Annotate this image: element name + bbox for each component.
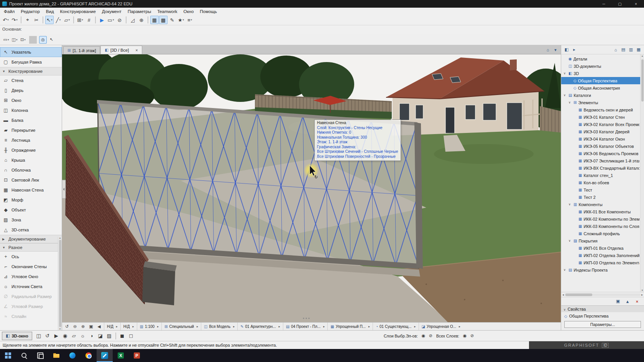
nav-item-wallpaper-count[interactable]: ▦ Кол-во обоев: [561, 179, 644, 186]
view-settings-button[interactable]: Параметры...: [564, 321, 641, 328]
tab-menu-icon[interactable]: ▾: [552, 46, 559, 53]
tool-axis[interactable]: + Ось: [0, 252, 62, 262]
tab-3d-all[interactable]: ◧ [3D / Все] ×: [100, 46, 142, 54]
eye-icon[interactable]: ◉: [420, 333, 427, 339]
nav-item-ikk-02[interactable]: ▦ ИКК-02 Компоненты по Элемен: [561, 215, 644, 223]
tool-angle-dimension[interactable]: ∠ Угловой Размер: [0, 301, 62, 311]
navigator-hscrollbar[interactable]: ◂ ▸: [561, 292, 644, 297]
nav-item-complex-profile[interactable]: ▦ Сложный профиль: [561, 230, 644, 237]
clone-folder-icon[interactable]: ▣: [614, 298, 622, 305]
tool-skylight[interactable]: ⊡ Световой Люк: [0, 175, 62, 185]
close-tab-icon[interactable]: ×: [135, 48, 138, 52]
look-to-icon[interactable]: ◉: [61, 332, 69, 340]
hide-icon[interactable]: ⊘: [427, 333, 434, 339]
scroll-right-icon[interactable]: ▸: [641, 293, 643, 296]
qo-renovation-filter[interactable]: ◔ 01 Существующ...: [373, 323, 419, 330]
line-tool-button[interactable]: ╱: [54, 16, 62, 24]
qo-zoom[interactable]: Н/Д: [104, 323, 120, 330]
nav-item-3d-documents[interactable]: ◫ 3D-документы: [561, 62, 644, 70]
scroll-down-icon[interactable]: ▼: [59, 328, 61, 330]
pointer-mode-button[interactable]: ↖: [48, 36, 55, 44]
maximize-button[interactable]: ▢: [612, 0, 628, 8]
float-panel-icon[interactable]: ▸: [570, 46, 578, 54]
nav-item-test-2[interactable]: ▦ Тест 2: [561, 193, 644, 201]
undo-button[interactable]: ↶: [2, 16, 10, 24]
nav-item-details[interactable]: ◉ Детали: [561, 55, 644, 62]
tool-column[interactable]: ◫ Колонна: [0, 105, 62, 115]
tool-curtain-wall[interactable]: ▦ Навесная Стена: [0, 185, 62, 195]
tool-wall[interactable]: ▱ Стена: [0, 75, 62, 85]
file-explorer-button[interactable]: [48, 349, 64, 362]
nav-item-general-perspective[interactable]: ◇ Общая Перспектива: [561, 77, 644, 84]
shadows-icon[interactable]: ◑: [87, 332, 96, 340]
nav-item-components[interactable]: ∨ ▥ Компоненты: [561, 201, 644, 208]
favorites-button[interactable]: ★: [177, 16, 185, 24]
favorite-preview-button[interactable]: ▭: [2, 36, 10, 44]
section-document[interactable]: ▶ Документирование: [0, 235, 62, 243]
nav-item-surfaces[interactable]: ∨ ▨ Покрытия: [561, 237, 644, 244]
tool-corner-window[interactable]: ⊿ Угловое Окно: [0, 272, 62, 282]
tool-spline[interactable]: ≈ Сплайн: [0, 311, 62, 321]
nav-item-ikp-03[interactable]: ▦ ИКП-03 Отделка по Элементам: [561, 259, 644, 266]
scroll-thumb[interactable]: [641, 59, 644, 102]
excel-button[interactable]: [113, 349, 129, 362]
project-chooser-icon[interactable]: ◧: [563, 46, 570, 54]
qo-structure-display[interactable]: ◫ Вся Модель: [201, 323, 237, 330]
delete-icon[interactable]: ×: [633, 298, 641, 305]
sun-icon[interactable]: ☼: [79, 332, 87, 340]
3d-scene[interactable]: ↻: [62, 54, 561, 322]
tool-wall-end[interactable]: ⌐ Окончание Стены: [0, 262, 62, 272]
menu-item[interactable]: Документ: [99, 9, 125, 14]
nav-item-ike-02[interactable]: ▦ ИКЭ-02 Каталог Всех Проемов: [561, 121, 644, 128]
tool-radial-dimension[interactable]: ∅ Радиальный Размер: [0, 292, 62, 301]
scroll-down-icon[interactable]: ▼: [641, 289, 644, 292]
nav-item-ike-05[interactable]: ▦ ИКЭ-05 Каталог Объектов: [561, 143, 644, 150]
menu-item[interactable]: Вид: [43, 9, 57, 14]
adjust-button[interactable]: ⌖: [23, 16, 32, 24]
send-changes-icon[interactable]: ▲: [624, 298, 631, 305]
nav-item-elements[interactable]: ∨ ⊞ Элементы: [561, 99, 644, 106]
palette-scrollbar[interactable]: ▲ ▼: [58, 237, 62, 330]
guide-lines-button[interactable]: ▶: [98, 16, 106, 24]
nav-item-ikk-03[interactable]: ▦ ИКК-03 Компоненты по Слоям: [561, 223, 644, 230]
tool-marquee[interactable]: ▢ Бегущая Рамка: [0, 57, 62, 67]
cutaway-icon[interactable]: ◪: [96, 332, 105, 340]
snap-points-button[interactable]: #: [85, 16, 93, 24]
tool-shell[interactable]: ∩ Оболочка: [0, 165, 62, 175]
tool-mesh[interactable]: △ 3D-сетка: [0, 225, 62, 235]
splitter-handle[interactable]: [303, 318, 309, 319]
section-more[interactable]: ▼ Разное: [0, 243, 62, 252]
qo-model-view-options[interactable]: ▤ 04 Проект - Пл...: [283, 323, 328, 330]
hide-icon[interactable]: ⊘: [469, 333, 475, 339]
snap-reference-button[interactable]: ▩: [159, 16, 168, 24]
nav-item-wall-catalog-1[interactable]: ▦ Каталог стен_1: [561, 172, 644, 179]
grid-snap-button[interactable]: ⊞: [76, 16, 84, 24]
annotate-button[interactable]: ✎: [168, 16, 176, 24]
options-button[interactable]: ≡: [186, 16, 194, 24]
window-type-button[interactable]: ◧ 3D-окно: [2, 332, 32, 340]
tool-object[interactable]: ◆ Объект: [0, 205, 62, 215]
tool-railing[interactable]: ╫ Ограждение: [0, 145, 62, 155]
menu-item[interactable]: Параметры: [125, 9, 154, 14]
navigator-scrollbar[interactable]: ▲ ▼: [640, 54, 644, 292]
orbit-icon[interactable]: ↺: [43, 332, 52, 340]
profile-preview-button[interactable]: ⊡: [19, 36, 27, 44]
menu-item[interactable]: Teamwork: [154, 9, 180, 14]
menu-item[interactable]: Редактор: [18, 9, 43, 14]
concrete-footing[interactable]: [142, 261, 177, 305]
zones-icon[interactable]: ▨: [105, 332, 113, 340]
minimize-button[interactable]: ─: [596, 0, 612, 8]
project-map-icon[interactable]: ⌂: [612, 46, 619, 54]
tab-floor-plan[interactable]: ⊞ [1. 1-й этаж]: [63, 46, 100, 54]
split-button[interactable]: ◿: [128, 16, 137, 24]
trim-button[interactable]: ✂: [32, 16, 41, 24]
wall-tool-button[interactable]: ▱: [63, 16, 71, 24]
nav-item-ike-07[interactable]: ▦ ИКЭ-07 Экспликация 1-й этаж: [561, 157, 644, 164]
menu-item[interactable]: Конструирование: [57, 9, 99, 14]
view-map-icon[interactable]: ▤: [619, 46, 627, 54]
tool-window[interactable]: ⊞ Окно: [0, 95, 62, 105]
snap-guides-button[interactable]: ▦: [150, 16, 159, 24]
scroll-up-icon[interactable]: ▲: [641, 55, 644, 57]
nav-item-general-axonometry[interactable]: ◇ Общая Аксонометрия: [561, 84, 644, 92]
standard-views-icon[interactable]: ◫: [34, 332, 43, 340]
